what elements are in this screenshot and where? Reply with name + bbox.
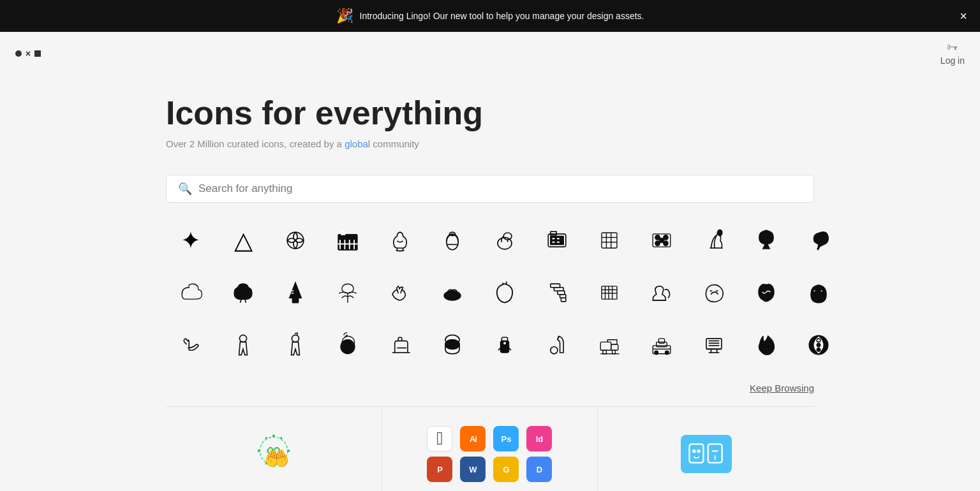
svg-point-96 [280, 437, 282, 439]
app-icon-illustrator[interactable]: Ai [460, 426, 486, 451]
svg-rect-55 [602, 286, 617, 299]
svg-rect-80 [657, 342, 667, 346]
icon-grid: ✦ △ [166, 216, 814, 370]
svg-point-73 [551, 347, 558, 354]
svg-point-46 [449, 291, 452, 293]
icon-cell[interactable] [741, 268, 791, 318]
banner-icon: 🎉 [336, 8, 353, 24]
icon-cell[interactable] [584, 216, 634, 265]
subtitle-text-before: Over 2 Million curated icons, created by… [166, 138, 345, 149]
icon-cell[interactable] [532, 268, 582, 318]
app-icon-word[interactable]: W [460, 457, 486, 482]
svg-point-43 [444, 291, 461, 300]
icon-cell[interactable]: △ [218, 216, 268, 265]
hero-title: Icons for everything [166, 94, 954, 132]
icon-cell[interactable] [166, 320, 216, 370]
bottom-card-magic: 🤲 [166, 407, 382, 491]
icon-cell[interactable] [794, 216, 843, 265]
icon-cell[interactable] [166, 268, 216, 318]
svg-point-105 [692, 450, 695, 453]
svg-rect-19 [552, 237, 556, 240]
icon-cell[interactable] [689, 268, 739, 318]
app-icon-photoshop[interactable]: Ps [493, 426, 519, 451]
svg-rect-22 [556, 241, 560, 244]
icon-cell[interactable] [323, 268, 373, 318]
svg-rect-75 [600, 342, 611, 350]
icon-cell[interactable] [689, 216, 739, 265]
icon-cell[interactable] [375, 268, 425, 318]
icon-cell[interactable] [637, 320, 687, 370]
icon-cell[interactable] [741, 216, 791, 265]
banner-content: 🎉 Introducing Lingo! Our new tool to hel… [336, 8, 644, 24]
svg-rect-53 [560, 295, 566, 298]
svg-line-74 [558, 336, 559, 340]
app-icon-slides[interactable]: G [493, 457, 519, 482]
icon-cell[interactable] [427, 320, 477, 370]
icon-cell[interactable] [218, 320, 268, 370]
svg-rect-20 [556, 237, 560, 240]
svg-point-62 [813, 289, 816, 292]
icon-cell[interactable] [375, 320, 425, 370]
search-input[interactable] [198, 182, 802, 195]
icon-cell[interactable] [480, 216, 530, 265]
icon-cell[interactable] [323, 216, 373, 265]
svg-point-95 [272, 435, 275, 437]
icon-cell[interactable] [480, 320, 530, 370]
icon-cell[interactable] [741, 320, 791, 370]
icon-cell[interactable]: ✦ [166, 216, 216, 265]
icon-cell[interactable] [375, 216, 425, 265]
svg-rect-77 [603, 350, 607, 354]
lingo-logo[interactable] [681, 435, 732, 473]
icon-cell[interactable] [689, 320, 739, 370]
subtitle-link-global[interactable]: global [345, 138, 370, 149]
login-label: Log in [940, 55, 965, 66]
svg-point-72 [503, 341, 507, 345]
svg-point-97 [265, 437, 267, 439]
icon-cell[interactable] [637, 268, 687, 318]
navbar: × 🗝 Log in [0, 32, 980, 75]
svg-rect-51 [554, 288, 563, 291]
keep-browsing-button[interactable]: Keep Browsing [750, 383, 814, 393]
svg-point-92 [817, 339, 820, 342]
icon-cell[interactable] [637, 216, 687, 265]
subtitle-text-community: community [370, 138, 419, 149]
svg-point-66 [341, 340, 355, 354]
logo-square [34, 50, 41, 57]
icon-cell[interactable] [271, 216, 320, 265]
icon-cell[interactable] [794, 320, 843, 370]
svg-point-15 [503, 233, 512, 240]
icon-cell[interactable] [323, 320, 373, 370]
login-button[interactable]: 🗝 Log in [940, 41, 965, 66]
icon-cell[interactable] [532, 320, 582, 370]
svg-rect-38 [292, 298, 298, 302]
icon-cell[interactable] [794, 268, 843, 318]
logo-dot [15, 50, 22, 57]
magic-hand-container: 🤲 [242, 429, 306, 480]
search-bar[interactable]: 🔍 [166, 175, 814, 203]
hero-subtitle: Over 2 Million curated icons, created by… [166, 138, 954, 149]
app-icon-docs[interactable]: D [526, 457, 552, 482]
icon-cell[interactable] [584, 320, 634, 370]
svg-point-33 [664, 241, 668, 246]
banner-text: Introducing Lingo! Our new tool to help … [360, 11, 644, 21]
app-icon-indesign[interactable]: Id [526, 426, 552, 451]
banner-close-button[interactable]: × [960, 10, 967, 22]
icon-cell[interactable] [271, 320, 320, 370]
svg-rect-23 [602, 233, 617, 248]
icon-cell[interactable] [480, 268, 530, 318]
app-icon-powerpoint[interactable]: P [427, 457, 452, 482]
icon-cell[interactable] [218, 268, 268, 318]
svg-point-64 [239, 335, 246, 342]
logo-x: × [26, 48, 31, 59]
svg-point-65 [292, 335, 299, 342]
icon-cell[interactable] [427, 268, 477, 318]
icon-cell[interactable] [532, 216, 582, 265]
app-icon-apple[interactable]:  [427, 426, 452, 451]
svg-rect-54 [561, 298, 565, 302]
icon-cell[interactable] [271, 268, 320, 318]
logo[interactable]: × [15, 48, 41, 59]
icon-cell[interactable] [584, 268, 634, 318]
icon-cell[interactable] [427, 216, 477, 265]
svg-rect-78 [612, 350, 616, 354]
bottom-card-apps:  Ai Ps Id P W G D [382, 407, 598, 491]
